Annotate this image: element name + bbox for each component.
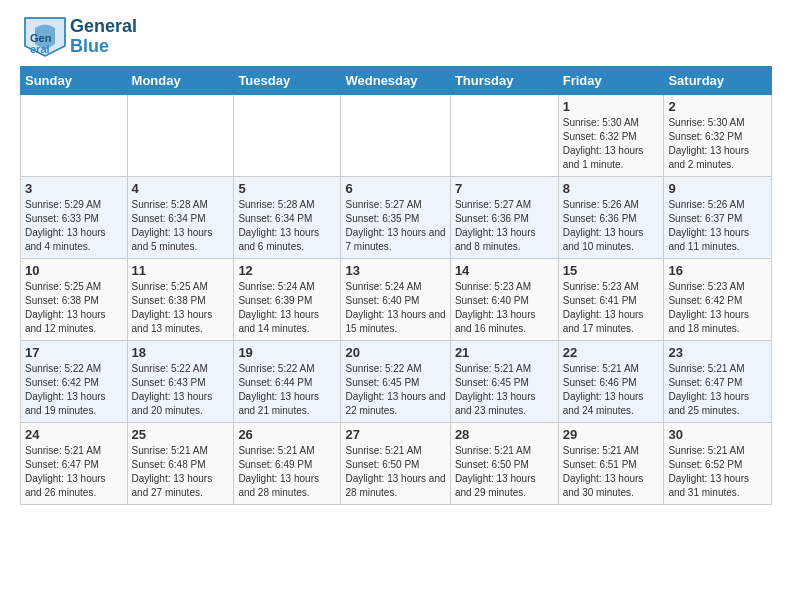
calendar-cell: 4Sunrise: 5:28 AM Sunset: 6:34 PM Daylig… bbox=[127, 177, 234, 259]
calendar-cell: 10Sunrise: 5:25 AM Sunset: 6:38 PM Dayli… bbox=[21, 259, 128, 341]
calendar-week-2: 3Sunrise: 5:29 AM Sunset: 6:33 PM Daylig… bbox=[21, 177, 772, 259]
weekday-header-thursday: Thursday bbox=[450, 67, 558, 95]
day-number: 4 bbox=[132, 181, 230, 196]
logo-line1: General bbox=[70, 17, 137, 37]
calendar-cell: 19Sunrise: 5:22 AM Sunset: 6:44 PM Dayli… bbox=[234, 341, 341, 423]
day-number: 21 bbox=[455, 345, 554, 360]
calendar-cell: 24Sunrise: 5:21 AM Sunset: 6:47 PM Dayli… bbox=[21, 423, 128, 505]
calendar-cell bbox=[341, 95, 450, 177]
day-info: Sunrise: 5:30 AM Sunset: 6:32 PM Dayligh… bbox=[563, 116, 660, 172]
day-number: 27 bbox=[345, 427, 445, 442]
day-number: 15 bbox=[563, 263, 660, 278]
calendar-table: SundayMondayTuesdayWednesdayThursdayFrid… bbox=[20, 66, 772, 505]
day-info: Sunrise: 5:21 AM Sunset: 6:46 PM Dayligh… bbox=[563, 362, 660, 418]
day-info: Sunrise: 5:23 AM Sunset: 6:40 PM Dayligh… bbox=[455, 280, 554, 336]
day-info: Sunrise: 5:30 AM Sunset: 6:32 PM Dayligh… bbox=[668, 116, 767, 172]
day-info: Sunrise: 5:21 AM Sunset: 6:48 PM Dayligh… bbox=[132, 444, 230, 500]
day-number: 30 bbox=[668, 427, 767, 442]
weekday-header-saturday: Saturday bbox=[664, 67, 772, 95]
calendar-week-1: 1Sunrise: 5:30 AM Sunset: 6:32 PM Daylig… bbox=[21, 95, 772, 177]
day-number: 12 bbox=[238, 263, 336, 278]
day-info: Sunrise: 5:22 AM Sunset: 6:45 PM Dayligh… bbox=[345, 362, 445, 418]
day-info: Sunrise: 5:21 AM Sunset: 6:47 PM Dayligh… bbox=[668, 362, 767, 418]
calendar-cell: 18Sunrise: 5:22 AM Sunset: 6:43 PM Dayli… bbox=[127, 341, 234, 423]
calendar-cell bbox=[21, 95, 128, 177]
day-number: 16 bbox=[668, 263, 767, 278]
calendar-cell: 9Sunrise: 5:26 AM Sunset: 6:37 PM Daylig… bbox=[664, 177, 772, 259]
day-info: Sunrise: 5:24 AM Sunset: 6:40 PM Dayligh… bbox=[345, 280, 445, 336]
day-number: 14 bbox=[455, 263, 554, 278]
calendar-cell: 30Sunrise: 5:21 AM Sunset: 6:52 PM Dayli… bbox=[664, 423, 772, 505]
day-info: Sunrise: 5:21 AM Sunset: 6:45 PM Dayligh… bbox=[455, 362, 554, 418]
calendar-cell: 12Sunrise: 5:24 AM Sunset: 6:39 PM Dayli… bbox=[234, 259, 341, 341]
header: Gen eral General Blue bbox=[20, 16, 772, 58]
calendar-cell: 29Sunrise: 5:21 AM Sunset: 6:51 PM Dayli… bbox=[558, 423, 664, 505]
calendar-cell: 26Sunrise: 5:21 AM Sunset: 6:49 PM Dayli… bbox=[234, 423, 341, 505]
day-info: Sunrise: 5:26 AM Sunset: 6:36 PM Dayligh… bbox=[563, 198, 660, 254]
day-number: 18 bbox=[132, 345, 230, 360]
day-number: 25 bbox=[132, 427, 230, 442]
calendar-cell: 25Sunrise: 5:21 AM Sunset: 6:48 PM Dayli… bbox=[127, 423, 234, 505]
calendar-cell: 22Sunrise: 5:21 AM Sunset: 6:46 PM Dayli… bbox=[558, 341, 664, 423]
day-info: Sunrise: 5:22 AM Sunset: 6:42 PM Dayligh… bbox=[25, 362, 123, 418]
calendar-cell: 8Sunrise: 5:26 AM Sunset: 6:36 PM Daylig… bbox=[558, 177, 664, 259]
page: Gen eral General Blue SundayMondayTuesda… bbox=[0, 0, 792, 521]
calendar-cell: 3Sunrise: 5:29 AM Sunset: 6:33 PM Daylig… bbox=[21, 177, 128, 259]
day-number: 22 bbox=[563, 345, 660, 360]
day-number: 9 bbox=[668, 181, 767, 196]
day-info: Sunrise: 5:23 AM Sunset: 6:41 PM Dayligh… bbox=[563, 280, 660, 336]
day-number: 6 bbox=[345, 181, 445, 196]
day-number: 13 bbox=[345, 263, 445, 278]
calendar-cell: 16Sunrise: 5:23 AM Sunset: 6:42 PM Dayli… bbox=[664, 259, 772, 341]
calendar-week-5: 24Sunrise: 5:21 AM Sunset: 6:47 PM Dayli… bbox=[21, 423, 772, 505]
calendar-cell: 5Sunrise: 5:28 AM Sunset: 6:34 PM Daylig… bbox=[234, 177, 341, 259]
weekday-header-wednesday: Wednesday bbox=[341, 67, 450, 95]
logo: Gen eral General Blue bbox=[20, 16, 137, 58]
weekday-header-friday: Friday bbox=[558, 67, 664, 95]
calendar-cell: 11Sunrise: 5:25 AM Sunset: 6:38 PM Dayli… bbox=[127, 259, 234, 341]
calendar-cell: 6Sunrise: 5:27 AM Sunset: 6:35 PM Daylig… bbox=[341, 177, 450, 259]
day-number: 19 bbox=[238, 345, 336, 360]
day-info: Sunrise: 5:25 AM Sunset: 6:38 PM Dayligh… bbox=[25, 280, 123, 336]
day-info: Sunrise: 5:27 AM Sunset: 6:36 PM Dayligh… bbox=[455, 198, 554, 254]
day-info: Sunrise: 5:22 AM Sunset: 6:44 PM Dayligh… bbox=[238, 362, 336, 418]
day-info: Sunrise: 5:21 AM Sunset: 6:49 PM Dayligh… bbox=[238, 444, 336, 500]
logo-svg: Gen eral bbox=[20, 16, 70, 58]
logo-text: General Blue bbox=[70, 17, 137, 57]
day-number: 20 bbox=[345, 345, 445, 360]
calendar-cell: 20Sunrise: 5:22 AM Sunset: 6:45 PM Dayli… bbox=[341, 341, 450, 423]
day-number: 17 bbox=[25, 345, 123, 360]
day-info: Sunrise: 5:26 AM Sunset: 6:37 PM Dayligh… bbox=[668, 198, 767, 254]
day-info: Sunrise: 5:29 AM Sunset: 6:33 PM Dayligh… bbox=[25, 198, 123, 254]
day-number: 7 bbox=[455, 181, 554, 196]
calendar-cell bbox=[234, 95, 341, 177]
calendar-cell: 28Sunrise: 5:21 AM Sunset: 6:50 PM Dayli… bbox=[450, 423, 558, 505]
weekday-header-sunday: Sunday bbox=[21, 67, 128, 95]
calendar-cell: 14Sunrise: 5:23 AM Sunset: 6:40 PM Dayli… bbox=[450, 259, 558, 341]
calendar-cell: 21Sunrise: 5:21 AM Sunset: 6:45 PM Dayli… bbox=[450, 341, 558, 423]
day-number: 28 bbox=[455, 427, 554, 442]
calendar-cell bbox=[127, 95, 234, 177]
calendar-header: SundayMondayTuesdayWednesdayThursdayFrid… bbox=[21, 67, 772, 95]
day-number: 23 bbox=[668, 345, 767, 360]
calendar-week-3: 10Sunrise: 5:25 AM Sunset: 6:38 PM Dayli… bbox=[21, 259, 772, 341]
day-info: Sunrise: 5:21 AM Sunset: 6:50 PM Dayligh… bbox=[345, 444, 445, 500]
day-info: Sunrise: 5:21 AM Sunset: 6:47 PM Dayligh… bbox=[25, 444, 123, 500]
day-number: 5 bbox=[238, 181, 336, 196]
calendar-cell bbox=[450, 95, 558, 177]
calendar-cell: 7Sunrise: 5:27 AM Sunset: 6:36 PM Daylig… bbox=[450, 177, 558, 259]
day-number: 8 bbox=[563, 181, 660, 196]
calendar-cell: 17Sunrise: 5:22 AM Sunset: 6:42 PM Dayli… bbox=[21, 341, 128, 423]
day-info: Sunrise: 5:28 AM Sunset: 6:34 PM Dayligh… bbox=[238, 198, 336, 254]
calendar-cell: 15Sunrise: 5:23 AM Sunset: 6:41 PM Dayli… bbox=[558, 259, 664, 341]
day-number: 29 bbox=[563, 427, 660, 442]
calendar-cell: 2Sunrise: 5:30 AM Sunset: 6:32 PM Daylig… bbox=[664, 95, 772, 177]
calendar-body: 1Sunrise: 5:30 AM Sunset: 6:32 PM Daylig… bbox=[21, 95, 772, 505]
calendar-week-4: 17Sunrise: 5:22 AM Sunset: 6:42 PM Dayli… bbox=[21, 341, 772, 423]
day-info: Sunrise: 5:21 AM Sunset: 6:52 PM Dayligh… bbox=[668, 444, 767, 500]
day-number: 26 bbox=[238, 427, 336, 442]
calendar-cell: 1Sunrise: 5:30 AM Sunset: 6:32 PM Daylig… bbox=[558, 95, 664, 177]
logo-line2: Blue bbox=[70, 37, 137, 57]
calendar-cell: 13Sunrise: 5:24 AM Sunset: 6:40 PM Dayli… bbox=[341, 259, 450, 341]
day-info: Sunrise: 5:24 AM Sunset: 6:39 PM Dayligh… bbox=[238, 280, 336, 336]
